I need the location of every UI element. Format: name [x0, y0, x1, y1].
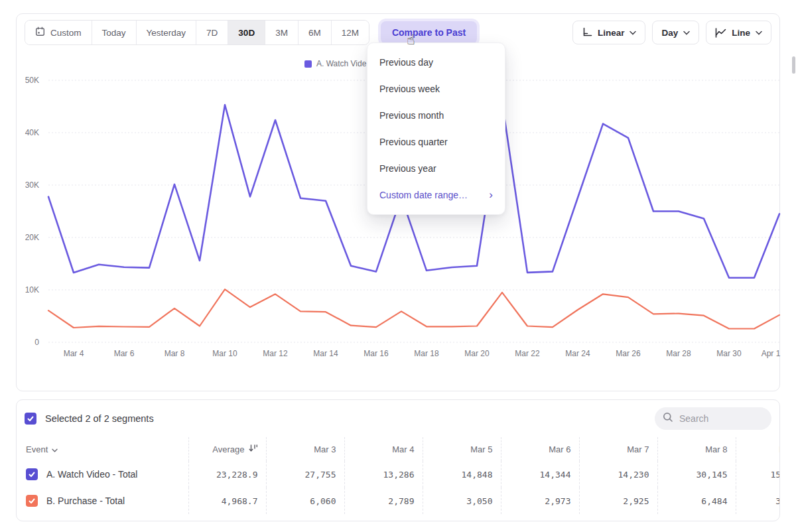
line-chart-icon [715, 28, 726, 38]
mouse-cursor-pointer: ☝ [407, 32, 415, 48]
date-range-3m[interactable]: 3M [265, 21, 298, 44]
column-header-mar-4: Mar 4 [344, 437, 423, 461]
segment-value: 2,925 [623, 496, 649, 506]
search-icon [663, 412, 673, 425]
interval-select-button[interactable]: Day [652, 21, 699, 44]
column-header-mar-5: Mar 5 [423, 437, 501, 461]
y-axis-tick-label: 10K [25, 285, 39, 295]
menu-item-previous-week[interactable]: Previous week [367, 76, 505, 102]
column-header-event[interactable]: Event [25, 437, 188, 461]
menu-item-previous-month[interactable]: Previous month [367, 102, 505, 129]
chevron-down-icon [630, 31, 636, 35]
x-axis-tick-label: Mar 26 [616, 349, 641, 358]
segment-value: 27,755 [305, 470, 336, 480]
date-range-label: 30D [238, 28, 255, 38]
menu-item-previous-quarter[interactable]: Previous quarter [367, 129, 505, 155]
segment-label: B. Purchase - Total [46, 496, 125, 506]
segments-bar: Selected 2 of 2 segments [25, 407, 771, 431]
segment-value: 14,848 [462, 470, 493, 480]
compare-to-past-button[interactable]: Compare to Past [381, 21, 477, 44]
date-range-30d[interactable]: 30D [228, 21, 265, 44]
chevron-down-icon [683, 31, 690, 35]
axis-scale-icon [582, 27, 592, 38]
table-header-row: EventAverageMar 3Mar 4Mar 5Mar 6Mar 7Mar… [25, 437, 780, 461]
series-line-b [48, 289, 779, 328]
date-range-6m[interactable]: 6M [298, 21, 332, 44]
scale-select-button[interactable]: Linear [572, 21, 646, 44]
date-range-label: 7D [206, 28, 218, 38]
chevron-right-icon: › [489, 192, 493, 198]
interval-label: Day [661, 28, 678, 38]
date-range-label: Today [102, 28, 126, 38]
scrollbar-thumb[interactable] [792, 56, 795, 74]
date-range-label: 3M [275, 28, 288, 38]
chevron-down-icon [756, 31, 762, 35]
y-axis-tick-label: 40K [25, 128, 39, 137]
date-range-label: 6M [308, 28, 321, 38]
x-axis-tick-label: Mar 12 [263, 349, 288, 358]
analytics-page: CustomTodayYesterday7D30D3M6M12M Compare… [0, 0, 796, 532]
menu-item-previous-year[interactable]: Previous year [367, 155, 505, 182]
date-range-yesterday[interactable]: Yesterday [137, 21, 197, 44]
x-axis-tick-label: Mar 14 [313, 349, 338, 358]
chevron-down-icon [52, 444, 58, 454]
x-axis-tick-label: Apr 1 [762, 349, 781, 358]
segment-value: 14,230 [618, 470, 649, 480]
segment-value: 14,344 [540, 470, 571, 480]
segment-checkbox[interactable] [26, 468, 38, 480]
segment-value: 30,145 [696, 470, 728, 480]
x-axis-tick-label: Mar 16 [364, 349, 389, 358]
date-range-12m[interactable]: 12M [332, 21, 369, 44]
column-header-mar-3: Mar 3 [266, 437, 344, 461]
column-header-mar-8: Mar 8 [657, 437, 736, 461]
x-axis-tick-label: Mar 6 [114, 349, 135, 358]
segments-table: EventAverageMar 3Mar 4Mar 5Mar 6Mar 7Mar… [25, 437, 780, 514]
table-row: A. Watch Video - Total23,228.927,75513,2… [25, 461, 780, 488]
segment-value: 2,789 [388, 496, 414, 506]
segment-checkbox[interactable] [26, 495, 38, 507]
segment-value: 6,060 [310, 496, 336, 506]
segments-selected-text: Selected 2 of 2 segments [45, 413, 154, 424]
segments-table-card: Selected 2 of 2 segments EventAverageMar… [16, 399, 780, 521]
x-axis-tick-label: Mar 10 [212, 349, 237, 358]
menu-item-previous-day[interactable]: Previous day [367, 49, 505, 76]
segment-value: 2,973 [545, 496, 570, 506]
segment-value: 3, [775, 496, 780, 506]
x-axis-tick-label: Mar 28 [666, 349, 691, 358]
date-range-custom[interactable]: Custom [25, 21, 92, 44]
chart-type-select-button[interactable]: Line [706, 21, 771, 44]
search-input[interactable] [679, 413, 759, 424]
select-all-checkbox[interactable] [25, 413, 36, 425]
chart-type-label: Line [732, 28, 750, 38]
x-axis-tick-label: Mar 4 [64, 349, 84, 358]
menu-item-custom-date-range[interactable]: Custom date range…› [367, 182, 505, 208]
segment-value: 6,484 [701, 496, 727, 506]
compare-to-past-menu: Previous dayPrevious weekPrevious monthP… [367, 42, 505, 215]
chart-options-group: Linear Day Line [572, 21, 771, 44]
calendar-icon [35, 27, 45, 38]
segment-value: 3,050 [466, 496, 492, 506]
segment-value: 23,228.9 [216, 470, 258, 480]
column-header-mar-6: Mar 6 [501, 437, 579, 461]
x-axis-tick-label: Mar 24 [565, 349, 590, 358]
segment-value: 15, [771, 470, 780, 480]
segment-label: A. Watch Video - Total [46, 469, 137, 480]
date-range-group: CustomTodayYesterday7D30D3M6M12M [25, 20, 369, 45]
table-row: B. Purchase - Total4,968.76,0602,7893,05… [25, 488, 780, 514]
date-range-today[interactable]: Today [92, 21, 137, 44]
column-header-average[interactable]: Average [188, 437, 266, 461]
y-axis-tick-label: 20K [25, 233, 39, 242]
sort-descending-icon [249, 444, 258, 454]
date-range-label: Yesterday [147, 28, 186, 38]
x-axis-tick-label: Mar 20 [464, 349, 490, 358]
column-header-m: M [736, 437, 780, 461]
y-axis-tick-label: 0 [34, 338, 39, 347]
search-box[interactable] [655, 407, 771, 430]
segment-value: 4,968.7 [222, 496, 258, 506]
custom-date-range-label: Custom date range… [379, 190, 468, 200]
x-axis-tick-label: Mar 8 [165, 349, 185, 358]
date-range-7d[interactable]: 7D [196, 21, 228, 44]
date-range-label: 12M [342, 28, 359, 38]
column-header-mar-7: Mar 7 [579, 437, 657, 461]
chart-toolbar: CustomTodayYesterday7D30D3M6M12M Compare… [25, 20, 771, 45]
